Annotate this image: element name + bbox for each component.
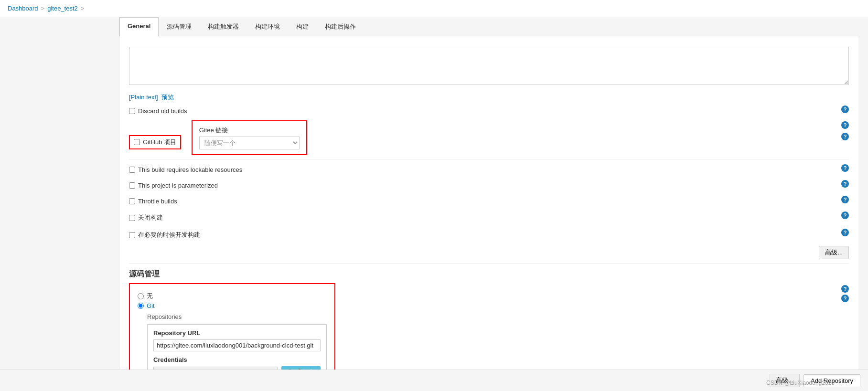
discard-builds-row: Discard old builds ?	[129, 105, 849, 117]
github-project-help-icon[interactable]: ?	[841, 121, 849, 129]
watermark: CSDN @LiuXiaodong2020	[761, 375, 839, 389]
tab-build-trigger[interactable]: 构建触发器	[200, 17, 247, 36]
radio-git-row: Git	[138, 302, 327, 309]
advanced-button-1[interactable]: 高级...	[819, 246, 849, 259]
credentials-label: Credentials	[153, 356, 321, 363]
lockable-row: This build requires lockable resources ?	[129, 163, 849, 176]
tab-source-mgmt[interactable]: 源码管理	[159, 17, 200, 36]
gitee-link-label: Gitee 链接	[199, 126, 300, 135]
plain-text-link[interactable]: [Plain text]	[129, 94, 158, 101]
form-content: [Plain text] 预览 Discard old builds ?	[119, 36, 858, 389]
tab-build[interactable]: 构建	[288, 17, 317, 36]
discard-builds-label: Discard old builds	[138, 107, 187, 115]
lockable-checkbox[interactable]	[129, 167, 135, 173]
necessary-build-label: 在必要的时候开发构建	[138, 231, 200, 239]
necessary-build-checkbox[interactable]	[129, 232, 135, 238]
tabs-bar: General 源码管理 构建触发器 构建环境 构建 构建后操作	[119, 17, 858, 36]
tab-general[interactable]: General	[119, 17, 159, 36]
right-panel	[858, 17, 868, 389]
close-build-help-icon[interactable]: ?	[841, 211, 849, 219]
radio-git[interactable]	[138, 303, 144, 309]
github-project-label: GitHub 项目	[143, 138, 176, 147]
tab-post-build[interactable]: 构建后操作	[317, 17, 364, 36]
tab-build-env[interactable]: 构建环境	[247, 17, 288, 36]
close-build-checkbox[interactable]	[129, 215, 135, 221]
plain-text-row: [Plain text] 预览	[129, 93, 849, 102]
throttle-row: Throttle builds ?	[129, 195, 849, 208]
scm-help-icon-2[interactable]: ?	[841, 295, 849, 302]
throttle-help-icon[interactable]: ?	[841, 196, 849, 203]
discard-builds-checkbox[interactable]	[129, 108, 135, 114]
repositories-label: Repositories	[147, 313, 327, 320]
necessary-build-help-icon[interactable]: ?	[841, 229, 849, 236]
parameterized-label: This project is parameterized	[138, 182, 218, 189]
breadcrumb-project[interactable]: gitee_test2	[47, 5, 78, 12]
github-project-checkbox[interactable]	[134, 139, 140, 145]
lockable-help-icon[interactable]: ?	[841, 164, 849, 172]
advanced-row-1: 高级...	[129, 246, 849, 259]
left-sidebar	[0, 17, 119, 389]
necessary-build-row: 在必要的时候开发构建 ?	[129, 228, 849, 242]
breadcrumb: Dashboard > gitee_test2 >	[0, 0, 868, 17]
description-textarea[interactable]	[129, 47, 849, 85]
source-mgmt-title: 源码管理	[129, 269, 849, 279]
parameterized-help-icon[interactable]: ?	[841, 180, 849, 188]
discard-builds-help-icon[interactable]: ?	[841, 106, 849, 113]
radio-none[interactable]	[138, 293, 144, 299]
breadcrumb-sep2: >	[81, 5, 85, 12]
preview-link[interactable]: 预览	[161, 94, 174, 101]
bottom-bar: 高级... Add Repository	[0, 370, 868, 389]
description-row	[129, 47, 849, 90]
radio-none-row: 无	[138, 292, 327, 300]
gitee-link-select[interactable]: 随便写一个	[199, 137, 300, 149]
radio-git-label: Git	[147, 302, 155, 309]
center-panel: General 源码管理 构建触发器 构建环境 构建 构建后操作 [Plain …	[119, 17, 858, 389]
breadcrumb-dashboard[interactable]: Dashboard	[8, 5, 38, 12]
repo-url-input[interactable]	[153, 339, 321, 351]
breadcrumb-sep1: >	[41, 5, 45, 12]
close-build-row: 关闭构建 ?	[129, 211, 849, 225]
throttle-label: Throttle builds	[138, 198, 177, 205]
parameterized-row: This project is parameterized ?	[129, 179, 849, 192]
gitee-link-help-icon[interactable]: ?	[841, 133, 849, 140]
lockable-label: This build requires lockable resources	[138, 166, 242, 173]
scm-help-icon-1[interactable]: ?	[841, 285, 849, 293]
radio-none-label: 无	[147, 292, 153, 300]
throttle-checkbox[interactable]	[129, 198, 135, 204]
parameterized-checkbox[interactable]	[129, 182, 135, 189]
close-build-label: 关闭构建	[138, 213, 163, 222]
repo-url-label: Repository URL	[153, 329, 321, 337]
